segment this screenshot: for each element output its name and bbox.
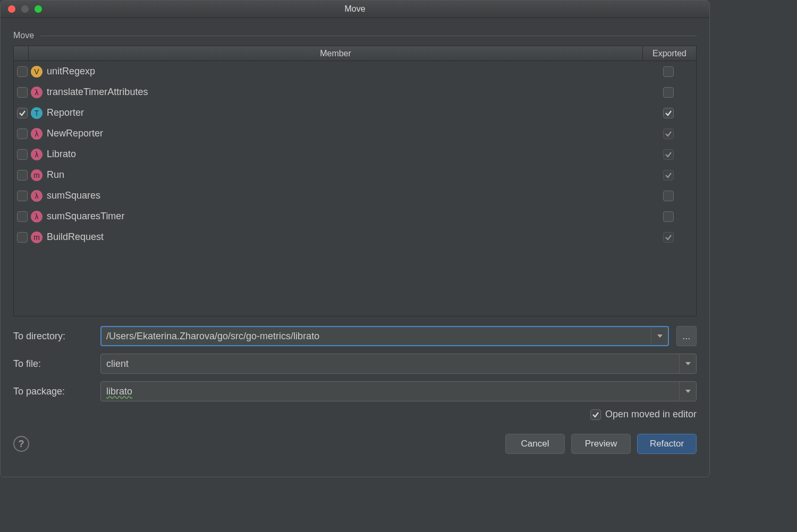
table-row: TReporter <box>14 102 696 123</box>
member-select-checkbox[interactable] <box>17 149 28 160</box>
member-select-checkbox[interactable] <box>17 191 28 201</box>
exported-checkbox[interactable] <box>663 108 674 118</box>
open-in-editor-label: Open moved in editor <box>605 409 697 420</box>
member-name: sumSquares <box>47 190 100 201</box>
to-package-value: librato <box>106 386 132 397</box>
member-name: NewReporter <box>47 128 103 139</box>
to-package-input[interactable]: librato <box>100 381 697 401</box>
cancel-button[interactable]: Cancel <box>505 434 565 454</box>
dialog-window: Move Move Member Exported VunitRegexpλtr… <box>0 0 710 477</box>
exported-checkbox <box>663 128 674 139</box>
to-package-row: To package: librato <box>13 381 697 401</box>
chevron-down-icon[interactable] <box>679 382 696 401</box>
window-title: Move <box>1 4 709 14</box>
member-name: Reporter <box>47 107 84 118</box>
member-select-checkbox[interactable] <box>17 211 28 222</box>
titlebar: Move <box>1 1 709 18</box>
cancel-label: Cancel <box>521 439 549 449</box>
to-directory-value: /Users/Ekaterina.Zharova/go/src/go-metri… <box>106 331 319 342</box>
table-body: VunitRegexpλtranslateTimerAttributesTRep… <box>14 61 696 316</box>
exported-checkbox[interactable] <box>663 191 674 201</box>
divider <box>40 36 697 36</box>
help-button[interactable]: ? <box>13 436 29 452</box>
col-check <box>14 46 29 61</box>
chevron-down-icon[interactable] <box>651 327 668 345</box>
member-name: translateTimerAttributes <box>47 87 148 98</box>
function-icon: λ <box>31 149 43 160</box>
col-exported: Exported <box>643 46 696 61</box>
col-member: Member <box>29 46 643 61</box>
member-select-checkbox[interactable] <box>17 170 28 181</box>
to-file-value: client <box>106 358 129 370</box>
browse-button[interactable]: ... <box>676 326 697 346</box>
to-directory-label: To directory: <box>13 331 93 342</box>
variable-icon: V <box>31 66 43 78</box>
refactor-button[interactable]: Refactor <box>637 434 697 454</box>
function-icon: λ <box>31 211 43 222</box>
to-file-label: To file: <box>13 358 93 370</box>
members-table: Member Exported VunitRegexpλtranslateTim… <box>13 46 697 316</box>
member-select-checkbox[interactable] <box>17 128 28 139</box>
type-icon: T <box>31 107 43 119</box>
to-package-label: To package: <box>13 386 93 397</box>
member-select-checkbox[interactable] <box>17 108 28 118</box>
section-title: Move <box>13 31 34 40</box>
exported-checkbox[interactable] <box>663 87 674 98</box>
section-header: Move <box>13 31 697 40</box>
member-name: unitRegexp <box>47 66 95 77</box>
member-select-checkbox[interactable] <box>17 232 28 243</box>
dialog-footer: ? Cancel Preview Refactor <box>13 431 697 454</box>
exported-checkbox <box>663 149 674 160</box>
member-name: Librato <box>47 149 76 160</box>
member-name: BuildRequest <box>47 231 104 243</box>
chevron-down-icon[interactable] <box>679 354 696 373</box>
table-row: λsumSquares <box>14 185 696 206</box>
method-icon: m <box>31 231 43 243</box>
browse-label: ... <box>682 331 690 342</box>
table-row: λNewReporter <box>14 123 696 144</box>
table-row: λtranslateTimerAttributes <box>14 82 696 102</box>
table-row: mBuildRequest <box>14 227 696 247</box>
table-row: VunitRegexp <box>14 61 696 82</box>
table-row: mRun <box>14 165 696 185</box>
to-file-input[interactable]: client <box>100 354 697 374</box>
member-select-checkbox[interactable] <box>17 66 28 77</box>
member-select-checkbox[interactable] <box>17 87 28 98</box>
preview-label: Preview <box>585 439 617 449</box>
function-icon: λ <box>31 190 43 202</box>
member-name: Run <box>47 169 64 181</box>
open-in-editor-checkbox[interactable] <box>590 409 601 420</box>
dialog-content: Move Member Exported VunitRegexpλtransla… <box>1 18 709 477</box>
exported-checkbox[interactable] <box>663 66 674 77</box>
to-file-row: To file: client <box>13 354 697 374</box>
table-row: λLibrato <box>14 144 696 165</box>
function-icon: λ <box>31 128 43 140</box>
table-row: λsumSquaresTimer <box>14 206 696 227</box>
to-directory-row: To directory: /Users/Ekaterina.Zharova/g… <box>13 326 697 346</box>
open-in-editor-row: Open moved in editor <box>13 409 697 420</box>
method-icon: m <box>31 169 43 181</box>
table-header: Member Exported <box>14 46 696 61</box>
preview-button[interactable]: Preview <box>571 434 631 454</box>
member-name: sumSquaresTimer <box>47 211 124 222</box>
exported-checkbox[interactable] <box>663 211 674 222</box>
refactor-label: Refactor <box>650 439 684 449</box>
exported-checkbox <box>663 170 674 181</box>
exported-checkbox <box>663 232 674 243</box>
to-directory-input[interactable]: /Users/Ekaterina.Zharova/go/src/go-metri… <box>100 326 669 346</box>
function-icon: λ <box>31 87 43 98</box>
